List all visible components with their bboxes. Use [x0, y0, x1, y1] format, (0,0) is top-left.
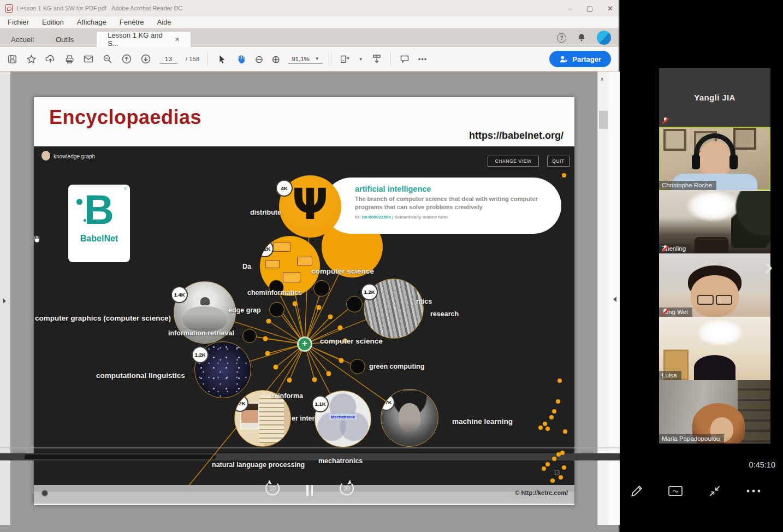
tab-bar: Accueil Outils Lesson 1 KG and S... ✕ ? — [0, 28, 619, 47]
print-icon[interactable] — [64, 54, 75, 64]
graph-label: information retrieval — [168, 329, 234, 337]
cloud-upload-icon[interactable] — [45, 54, 56, 64]
graph-label: research — [430, 310, 459, 318]
scrollbar-thumb[interactable] — [599, 111, 608, 129]
page-view-icon[interactable] — [340, 54, 351, 64]
zoom-out-icon[interactable]: ⊖ — [254, 54, 263, 64]
next-page-icon[interactable] — [140, 54, 151, 64]
babelnet-logo-name: BabelNet — [80, 234, 118, 244]
document-viewport: Encyclopaedias https://babelnet.org/ CHA… — [0, 72, 620, 525]
graph-node-dot-node[interactable] — [346, 296, 363, 312]
bell-icon[interactable] — [576, 32, 587, 43]
participant-name-label: Maria Papadopoulou — [659, 434, 724, 444]
comment-icon[interactable] — [399, 54, 410, 64]
participant-video-luisa[interactable]: Luisa — [659, 317, 770, 380]
synset-id-value[interactable]: bn:00002150n — [362, 215, 391, 220]
tab-accueil[interactable]: Accueil — [0, 32, 45, 47]
toolbar-separator — [207, 52, 208, 66]
pdf-page: Encyclopaedias https://babelnet.org/ CHA… — [34, 97, 574, 505]
graph-node-dot-node[interactable] — [242, 329, 257, 343]
share-button[interactable]: Partager — [549, 51, 611, 67]
sidebar-collapse-chevron-icon[interactable]: › — [764, 251, 773, 281]
graph-node-statue[interactable]: 1.2K — [364, 279, 424, 339]
scroll-up-icon[interactable]: ∧ — [600, 76, 604, 82]
left-panel-toggle-icon[interactable] — [3, 298, 6, 304]
participant-name-label: Christophe Roche — [659, 181, 716, 190]
mic-muted-icon — [662, 308, 668, 316]
participant-video-zhenling[interactable]: Zhenling — [659, 190, 770, 253]
more-options-icon[interactable] — [744, 482, 763, 500]
graph-label: natural language processing — [212, 461, 305, 469]
rewind-10-button[interactable]: 10 — [265, 481, 280, 495]
zoom-level-select[interactable]: 91,1% ▼ — [288, 55, 323, 64]
menu-bar: FichierEditionAffichageFenêtreAide — [0, 16, 619, 28]
knowledge-graph-canvas: CHANGE VIEW QUIT ® B BabelNet — [34, 146, 574, 492]
menu-aide[interactable]: Aide — [157, 18, 171, 26]
title-bar: Lesson 1 KG and SW for PDF.pdf - Adobe A… — [0, 0, 619, 16]
forward-30-button[interactable]: 30 — [340, 481, 354, 495]
hand-cursor-icon — [32, 234, 40, 246]
toolbar-more-icon[interactable]: ••• — [418, 55, 428, 63]
tab-document-label: Lesson 1 KG and S... — [108, 31, 167, 48]
fit-width-icon[interactable] — [371, 54, 382, 64]
right-panel-toggle-icon[interactable] — [613, 297, 616, 302]
menu-edition[interactable]: Edition — [42, 18, 64, 26]
window-title: Lesson 1 KG and SW for PDF.pdf - Adobe A… — [17, 5, 182, 11]
graph-label: cheminformatics — [247, 289, 302, 297]
player-menu-icon[interactable] — [41, 490, 48, 496]
tab-close-icon[interactable]: ✕ — [175, 36, 180, 43]
graph-node-venn[interactable]: Mechatronik1.1K — [315, 391, 371, 447]
help-icon[interactable]: ? — [557, 33, 566, 43]
graph-node-psi[interactable]: Ψ4K — [279, 175, 341, 238]
exit-fullscreen-icon[interactable] — [705, 482, 725, 500]
participant-name: Yangli JIA — [694, 93, 735, 102]
maximize-button[interactable]: ▢ — [586, 5, 593, 12]
graph-label: computer graphics (computer science) — [35, 314, 171, 322]
pause-button[interactable] — [306, 485, 314, 496]
participant-video-roche[interactable]: Christophe Roche — [659, 127, 770, 190]
select-tool-icon[interactable] — [216, 54, 227, 64]
email-icon[interactable] — [83, 54, 94, 64]
tab-document[interactable]: Lesson 1 KG and S... ✕ — [97, 32, 191, 47]
graph-node-dot-node[interactable] — [269, 302, 284, 317]
graph-node-dot-node[interactable] — [350, 359, 365, 374]
hand-tool-icon[interactable] — [235, 54, 246, 64]
graph-label: 13 — [554, 470, 560, 476]
previous-page-icon[interactable] — [121, 54, 132, 64]
graph-label: Da — [242, 263, 251, 270]
menu-fentre[interactable]: Fenêtre — [120, 18, 144, 26]
close-button[interactable]: ✕ — [607, 5, 613, 12]
picture-in-picture-icon[interactable] — [666, 482, 685, 500]
menu-fichier[interactable]: Fichier — [8, 18, 29, 26]
chevron-down-icon[interactable]: ▼ — [359, 57, 363, 62]
node-inner-label: Mechatronik — [329, 413, 357, 419]
share-button-label: Partager — [572, 55, 601, 63]
participant-video-maria[interactable]: Maria Papadopoulou — [659, 380, 770, 444]
mic-muted-icon — [662, 245, 668, 253]
participant-video-tongwei[interactable]: Tong Wei — [659, 253, 770, 317]
annotate-pencil-icon[interactable] — [627, 482, 646, 500]
graph-node-portrait[interactable]: 1.7K — [381, 389, 438, 447]
participant-no-video[interactable]: Yangli JIA — [659, 68, 770, 127]
node-count-badge: 4K — [276, 180, 293, 197]
graph-node-network[interactable]: 1.2K — [194, 341, 251, 398]
zoom-in-icon[interactable]: ⊕ — [271, 54, 280, 64]
zoom-out-tool-icon[interactable] — [102, 54, 113, 64]
tab-outils[interactable]: Outils — [45, 32, 85, 47]
slide-title: Encyclopaedias — [49, 106, 201, 129]
graph-node-dot-node[interactable] — [313, 280, 330, 297]
save-icon[interactable] — [7, 54, 17, 64]
node-count-badge: 1.2K — [192, 346, 209, 363]
account-avatar[interactable] — [597, 31, 611, 45]
mic-muted-icon — [662, 117, 668, 125]
slide-url[interactable]: https://babelnet.org/ — [469, 130, 563, 141]
zoom-level-value: 91,1% — [292, 56, 310, 62]
star-icon[interactable] — [26, 54, 37, 64]
graph-node-hub[interactable]: + — [297, 336, 312, 352]
chevron-down-icon: ▼ — [315, 56, 319, 61]
menu-affichage[interactable]: Affichage — [77, 18, 106, 26]
synset-title[interactable]: artificial intelligence — [355, 185, 547, 193]
page-number-input[interactable]: 13 — [159, 55, 177, 64]
minimize-button[interactable]: – — [568, 5, 572, 12]
graph-label: knowledge graph — [54, 153, 95, 159]
